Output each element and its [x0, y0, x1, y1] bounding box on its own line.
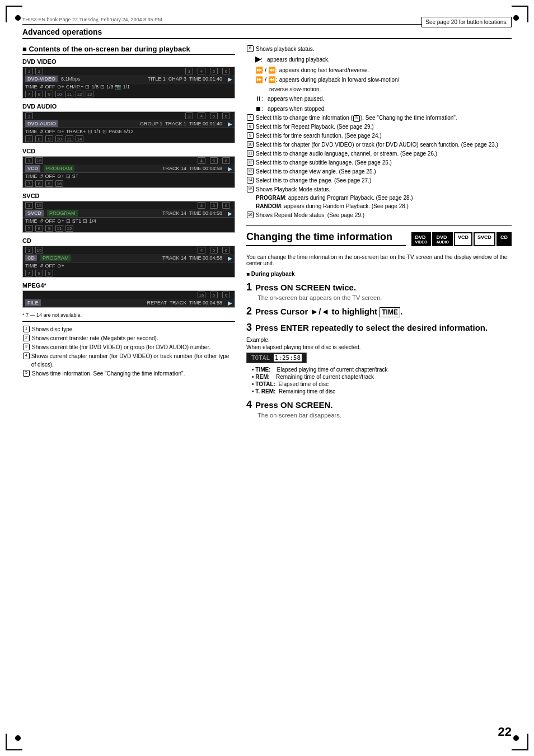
disc-dvd-video-badge: DVDVIDEO [411, 232, 432, 246]
note-2: 2 Shows current transfer rate (Megabits … [22, 334, 235, 342]
note-13: 13 Select this to change view angle. (Se… [246, 167, 512, 176]
step-3-heading: 3 Press ENTER repeatedly to select the d… [246, 322, 512, 334]
disc-cd-badge: CD [496, 232, 512, 246]
time-option-rem: REM: Remaining time of current chapter/t… [252, 374, 512, 380]
dvd-audio-numbers-bottom: 7 8 9 10 11 14 [23, 135, 235, 143]
note-1: 1 Shows disc type. [22, 325, 235, 334]
right-column: 6 Shows playback status. ▶: appears duri… [246, 45, 512, 421]
cd-bottom-row: TIME ↺ OFF ⊙+ [23, 262, 235, 269]
dvd-video-numbers-bottom: 7 8 9 10 11 12 13 [23, 90, 235, 98]
time-value: 1:25:58 [274, 354, 302, 361]
svcd-top-row: SVCD PROGRAM TRACK 14 TIME 00:04:58 ▶ [23, 209, 235, 218]
during-playback-label: ■ During playback [246, 271, 512, 277]
advanced-operations-title: Advanced operations [22, 27, 512, 39]
time-options-list: TIME: Elapsed playing time of current ch… [252, 367, 512, 395]
vcd-numbers-bottom: 7 8 9 16 [23, 180, 235, 187]
left-column: ■ Contents of the on-screen bar during p… [22, 45, 235, 421]
vcd-panel: 1 15 4 5 6 VCD PROGRAM TRACK 14 TIME 00:… [22, 156, 235, 188]
mpeg4-panel: 16 5 6 FILE REPEAT TRACK TIME 00:04:58 ▶ [22, 290, 235, 308]
dvd-video-bottom-row: TIME ↺ OFF ⊙+ CHAP.+ ⊡ 1/8 ⊡ 1/3 📷 1/1 [23, 83, 235, 90]
onscreen-section-title: ■ Contents of the on-screen bar during p… [22, 45, 235, 55]
cd-label: CD [22, 237, 235, 244]
svcd-panel: 1 15 4 5 6 SVCD PROGRAM TRACK 14 TIME 00… [22, 201, 235, 233]
disc-dvd-audio-badge: DVDAUDIO [432, 232, 453, 246]
note-7: 7 Select this to change time information… [246, 114, 512, 122]
left-notes: 1 Shows disc type. 2 Shows current trans… [22, 325, 235, 378]
svcd-label: SVCD [22, 192, 235, 199]
changing-time-section: Changing the time information DVDVIDEO D… [246, 231, 512, 419]
main-layout: ■ Contents of the on-screen bar during p… [22, 45, 512, 421]
note-3: 3 Shows current title (for DVD VIDEO) or… [22, 343, 235, 351]
example-desc: When elapsed playing time of disc is sel… [246, 344, 512, 350]
dvd-video-numbers-top: 1 2 3 4 5 6 [23, 67, 235, 75]
changing-time-intro: You can change the time information in t… [246, 254, 512, 266]
time-option-time: TIME: Elapsed playing time of current ch… [252, 367, 512, 373]
note-5: 5 Shows time information. See "Changing … [22, 369, 235, 378]
vcd-top-row: VCD PROGRAM TRACK 14 TIME 00:04:58 ▶ [23, 165, 235, 173]
note-11: 11 Select this to change audio language,… [246, 149, 512, 158]
disc-svcd-badge: SVCD [474, 232, 495, 246]
dvd-audio-numbers-top: 1 3 4 5 6 [23, 112, 235, 120]
step-1-heading: 1 Press ON SCREEN twice. [246, 281, 512, 293]
note-6: 6 Shows playback status. [246, 45, 512, 53]
time-display-container: TOTAL 1:25:58 [246, 353, 512, 363]
vcd-bottom-row: TIME ↺ OFF ⊙+ ⊡ ST [23, 173, 235, 180]
vcd-numbers-top: 1 15 4 5 6 [23, 157, 235, 165]
vcd-label: VCD [22, 148, 235, 154]
time-option-total: TOTAL: Elapsed time of disc [252, 381, 512, 387]
note-4: 4 Shows current chapter number (for DVD … [22, 352, 235, 369]
note-10: 10 Select this for chapter (for DVD VIDE… [246, 140, 512, 149]
note-12: 12 Select this to change subtitle langua… [246, 158, 512, 167]
right-notes: 6 Shows playback status. ▶: appears duri… [246, 45, 512, 219]
mpeg4-top-row: FILE REPEAT TRACK TIME 00:04:58 ▶ [23, 299, 235, 307]
step-4-desc: The on-screen bar disappears. [257, 412, 512, 419]
mpeg4-numbers-top: 16 5 6 [23, 291, 235, 299]
page-number: 22 [498, 725, 512, 739]
cd-top-row: CD PROGRAM TRACK 14 TIME 00:04:58 ▶ [23, 254, 235, 262]
dvd-audio-bottom-row: TIME ↺ OFF ⊙+ TRACK+ ⊡ 1/1 ⊡ PAGE 5/12 [23, 128, 235, 135]
step-2-heading: 2 Press Cursor ►/◄ to highlight TIME. [246, 306, 512, 317]
svcd-numbers-bottom: 7 8 9 11 12 [23, 224, 235, 232]
disc-type-badges: DVDVIDEO DVDAUDIO VCD SVCD CD [411, 232, 512, 246]
note-9: 9 Select this for time search function. … [246, 132, 512, 140]
dvd-audio-panel: 1 3 4 5 6 DVD-AUDIO GROUP 1 TRACK 1 TIME… [22, 111, 235, 143]
dvd-audio-label: DVD AUDIO [22, 103, 235, 110]
dvd-audio-top-row: DVD-AUDIO GROUP 1 TRACK 1 TIME 00:01:40 … [23, 120, 235, 128]
dvd-video-panel: 1 2 3 4 5 6 DVD-VIDEO 6.1Mbps TITLE 1 CH… [22, 67, 235, 98]
svcd-numbers-top: 1 15 4 5 6 [23, 201, 235, 209]
dvd-video-top-row: DVD-VIDEO 6.1Mbps TITLE 1 CHAP 3 TIME 00… [23, 75, 235, 83]
note-14: 14 Select this to change the page. (See … [246, 176, 512, 185]
svcd-bottom-row: TIME ↺ OFF ⊙+ ⊡ ST1 ⊡ 1/4 [23, 218, 235, 224]
step-4-heading: 4 Press ON SCREEN. [246, 399, 512, 411]
disc-vcd-badge: VCD [454, 232, 472, 246]
note-6-details: ▶: appears during playback. ⏩ / ⏪: appea… [255, 54, 512, 114]
changing-time-title: Changing the time information [246, 231, 406, 246]
time-option-trem: T. REM: Remaining time of disc [252, 388, 512, 395]
step-1-desc: The on-screen bar appears on the TV scre… [257, 294, 512, 301]
note-box: See page 20 for button locations. [421, 17, 512, 27]
note-15: 15 Shows Playback Mode status. PROGRAM: … [246, 185, 512, 210]
example-label: Example: [246, 337, 512, 343]
note-8: 8 Select this for Repeat Playback. (See … [246, 123, 512, 131]
cd-numbers-top: 1 15 4 5 6 [23, 246, 235, 254]
dvd-video-label: DVD VIDEO [22, 58, 235, 65]
mpeg4-note: * 7 — 14 are not available. [22, 312, 235, 318]
cd-panel: 1 15 4 5 6 CD PROGRAM TRACK 14 TIME 00:0… [22, 246, 235, 278]
note-16: 16 Shows Repeat Mode status. (See page 2… [246, 211, 512, 219]
time-display: TOTAL 1:25:58 [246, 353, 307, 363]
mpeg4-label: MPEG4* [22, 282, 235, 289]
cd-numbers-bottom: 7 8 9 [23, 269, 235, 277]
